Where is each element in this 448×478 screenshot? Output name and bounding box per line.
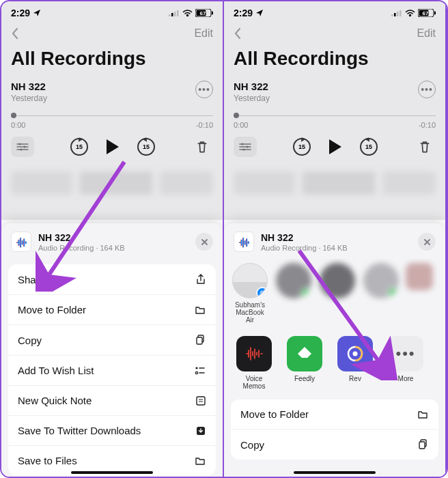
skip-back-button[interactable]: 15 bbox=[70, 138, 88, 156]
status-bar: 2:29 67 bbox=[1, 1, 223, 25]
more-options-button[interactable]: ••• bbox=[195, 81, 213, 98]
nav-bar: Edit bbox=[1, 25, 223, 44]
app-label: Feedly bbox=[294, 375, 315, 382]
menu-label: Copy bbox=[240, 439, 264, 451]
menu-quick-note[interactable]: New Quick Note bbox=[8, 386, 216, 416]
delete-button[interactable] bbox=[191, 136, 213, 158]
close-button[interactable] bbox=[195, 233, 213, 251]
svg-rect-6 bbox=[169, 14, 171, 16]
battery-icon: 67 bbox=[418, 9, 436, 17]
recording-row[interactable]: NH 322 Yesterday ••• bbox=[224, 76, 445, 103]
app-label: Rev bbox=[349, 375, 361, 382]
wifi-icon bbox=[182, 10, 193, 17]
menu-label: Copy bbox=[18, 335, 42, 346]
menu-label: Move to Folder bbox=[240, 408, 309, 420]
location-icon bbox=[255, 9, 264, 17]
apps-row: Voice Memos Feedly Rev ••• More bbox=[224, 326, 445, 395]
playback-options-button[interactable] bbox=[234, 137, 257, 157]
airdrop-target[interactable] bbox=[363, 263, 399, 324]
svg-rect-8 bbox=[174, 12, 176, 16]
menu-move-to-folder[interactable]: Move to Folder bbox=[8, 295, 216, 325]
battery-icon: 67 bbox=[195, 9, 213, 17]
cellular-icon bbox=[169, 10, 180, 16]
menu-copy[interactable]: Copy bbox=[8, 325, 216, 356]
menu-add-wishlist[interactable]: Add To Wish List bbox=[8, 356, 216, 386]
screenshot-left: 2:29 67 Edit All Recordings NH 322 Yeste… bbox=[1, 1, 224, 477]
wifi-icon bbox=[405, 10, 415, 17]
airdrop-row: Subham's MacBook Air bbox=[224, 259, 445, 326]
share-sheet: NH 322 Audio Recording · 164 KB Subham's… bbox=[224, 223, 445, 477]
play-button[interactable] bbox=[102, 136, 124, 158]
sheet-file-icon bbox=[11, 231, 31, 252]
app-label: More bbox=[398, 375, 414, 382]
scrubber[interactable] bbox=[11, 113, 213, 118]
edit-button[interactable]: Edit bbox=[417, 27, 436, 40]
menu-label: New Quick Note bbox=[18, 395, 92, 406]
close-button[interactable] bbox=[418, 233, 436, 251]
svg-point-27 bbox=[246, 145, 248, 147]
delete-button[interactable] bbox=[414, 136, 436, 158]
time-elapsed: 0:00 bbox=[234, 121, 248, 129]
svg-point-28 bbox=[242, 148, 244, 150]
back-icon[interactable] bbox=[11, 27, 19, 40]
skip-forward-button[interactable]: 15 bbox=[360, 138, 378, 156]
recording-date: Yesterday bbox=[11, 94, 47, 103]
airdrop-target-mac[interactable]: Subham's MacBook Air bbox=[232, 263, 268, 324]
skip-forward-button[interactable]: 15 bbox=[137, 138, 155, 156]
app-feedly[interactable]: Feedly bbox=[285, 336, 324, 390]
menu-share[interactable]: Share bbox=[8, 264, 216, 295]
blurred-row bbox=[11, 171, 213, 195]
menu-label: Share bbox=[18, 274, 45, 285]
blurred-row bbox=[234, 171, 436, 195]
note-icon bbox=[195, 395, 206, 406]
app-label: Voice Memos bbox=[235, 375, 273, 390]
recording-date: Yesterday bbox=[234, 94, 270, 103]
menu-twitter-downloads[interactable]: Save To Twitter Downloads bbox=[8, 416, 216, 446]
sheet-title: NH 322 bbox=[38, 232, 188, 243]
svg-rect-24 bbox=[434, 12, 436, 15]
svg-rect-21 bbox=[400, 10, 402, 16]
airdrop-target[interactable] bbox=[276, 263, 311, 324]
svg-point-16 bbox=[20, 148, 22, 150]
airdrop-target[interactable] bbox=[407, 263, 437, 324]
edit-button[interactable]: Edit bbox=[194, 27, 213, 40]
back-icon[interactable] bbox=[234, 27, 242, 40]
folder-icon bbox=[194, 455, 206, 466]
copy-icon bbox=[418, 438, 429, 451]
svg-point-26 bbox=[241, 143, 243, 145]
airdrop-target[interactable] bbox=[320, 263, 355, 324]
screenshot-right: 2:29 67 Edit All Recordings NH 322 Yeste… bbox=[224, 1, 447, 477]
share-icon bbox=[195, 273, 206, 285]
menu-copy[interactable]: Copy bbox=[231, 430, 438, 460]
home-indicator[interactable] bbox=[294, 471, 376, 474]
status-time: 2:29 bbox=[234, 8, 253, 18]
recording-name: NH 322 bbox=[11, 81, 47, 92]
skip-back-button[interactable]: 15 bbox=[293, 138, 311, 156]
play-button[interactable] bbox=[324, 136, 346, 158]
sheet-subtitle: Audio Recording · 164 KB bbox=[38, 244, 188, 252]
action-menu: Share Move to Folder Copy Add To Wish Li… bbox=[8, 264, 216, 475]
svg-rect-12 bbox=[212, 12, 213, 15]
time-elapsed: 0:00 bbox=[11, 121, 25, 129]
playback-options-button[interactable] bbox=[11, 137, 34, 157]
svg-point-15 bbox=[23, 145, 25, 147]
svg-point-33 bbox=[353, 352, 358, 356]
folder-icon bbox=[194, 305, 206, 315]
menu-label: Save To Twitter Downloads bbox=[18, 425, 141, 436]
status-time: 2:29 bbox=[11, 8, 30, 18]
time-remaining: -0:10 bbox=[419, 121, 436, 129]
svg-rect-19 bbox=[394, 13, 396, 16]
airdrop-label: Subham's MacBook Air bbox=[232, 301, 268, 324]
recording-row[interactable]: NH 322 Yesterday ••• bbox=[1, 76, 223, 103]
app-rev[interactable]: Rev bbox=[336, 336, 374, 390]
scrubber[interactable] bbox=[234, 113, 436, 118]
home-indicator[interactable] bbox=[71, 471, 153, 474]
app-more[interactable]: ••• More bbox=[387, 336, 425, 390]
more-options-button[interactable]: ••• bbox=[418, 81, 436, 98]
app-voice-memos[interactable]: Voice Memos bbox=[235, 336, 273, 390]
svg-text:67: 67 bbox=[423, 10, 429, 16]
menu-move-to-folder[interactable]: Move to Folder bbox=[231, 399, 438, 430]
playback-controls: 15 15 bbox=[224, 129, 445, 167]
time-remaining: -0:10 bbox=[196, 121, 213, 129]
page-title: All Recordings bbox=[1, 44, 223, 76]
